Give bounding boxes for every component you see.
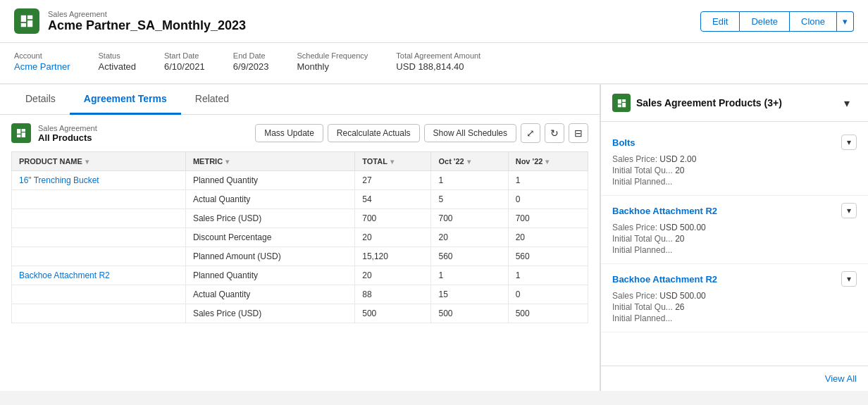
cell-product-name <box>12 190 186 209</box>
col-oct22-sort-icon: ▾ <box>467 158 471 166</box>
edit-button[interactable]: Edit <box>700 11 740 32</box>
cell-nov22: 1 <box>508 266 588 285</box>
table-row: Sales Price (USD)500500500 <box>12 304 588 323</box>
product-total-qty: Initial Total Qu... 20 <box>612 234 857 244</box>
cell-metric: Sales Price (USD) <box>185 209 354 228</box>
view-all-link[interactable]: View All <box>825 373 857 384</box>
cell-metric: Planned Amount (USD) <box>185 247 354 266</box>
cell-oct22: 20 <box>431 228 508 247</box>
product-card-expand-icon[interactable]: ▾ <box>841 135 857 150</box>
right-panel-expand-icon[interactable]: ▾ <box>837 93 857 113</box>
section-header-left: Sales Agreement All Products <box>11 123 97 143</box>
section-title: All Products <box>38 132 97 143</box>
right-panel-icon <box>612 94 631 112</box>
show-schedules-button[interactable]: Show All Schedules <box>424 124 516 142</box>
cell-product-name <box>12 285 186 304</box>
table-row: Sales Price (USD)700700700 <box>12 209 588 228</box>
cell-product-name: 16" Trenching Bucket <box>12 171 186 190</box>
meta-total: Total Agreement Amount USD 188,814.40 <box>396 51 480 72</box>
cell-metric: Planned Quantity <box>185 171 354 190</box>
meta-row: Account Acme Partner Status Activated St… <box>0 43 868 85</box>
cell-product-name: Backhoe Attachment R2 <box>12 266 186 285</box>
status-label: Status <box>98 51 135 60</box>
cell-oct22: 500 <box>431 304 508 323</box>
cell-oct22: 1 <box>431 266 508 285</box>
start-date-value: 6/10/2021 <box>164 61 205 72</box>
tab-related[interactable]: Related <box>181 85 243 115</box>
right-panel: Sales Agreement Products (3+) ▾ Bolts ▾ … <box>600 85 868 391</box>
cell-total: 700 <box>355 209 431 228</box>
product-card-expand-icon[interactable]: ▾ <box>841 203 857 218</box>
table-row: Actual Quantity88150 <box>12 285 588 304</box>
cell-total: 88 <box>355 285 431 304</box>
col-total-sort-icon: ▾ <box>390 158 394 166</box>
tab-content: Sales Agreement All Products Mass Update… <box>0 115 600 391</box>
cell-oct22: 5 <box>431 190 508 209</box>
product-card-expand-icon[interactable]: ▾ <box>841 271 857 287</box>
delete-button[interactable]: Delete <box>740 11 790 32</box>
filter-icon[interactable]: ⊟ <box>569 123 588 143</box>
end-date-label: End Date <box>233 51 269 60</box>
col-product-sort-icon: ▾ <box>85 158 89 166</box>
cell-total: 27 <box>355 171 431 190</box>
col-nov22[interactable]: Nov '22 ▾ <box>508 152 588 171</box>
mass-update-button[interactable]: Mass Update <box>255 124 323 142</box>
table-row: Discount Percentage202020 <box>12 228 588 247</box>
cell-metric: Discount Percentage <box>185 228 354 247</box>
product-total-qty: Initial Total Qu... 20 <box>612 166 857 175</box>
header-title-group: Sales Agreement Acme Partner_SA_Monthly_… <box>48 10 246 33</box>
meta-start-date: Start Date 6/10/2021 <box>164 51 205 72</box>
schedule-value: Monthly <box>297 61 368 72</box>
header-left: Sales Agreement Acme Partner_SA_Monthly_… <box>14 8 246 34</box>
right-panel-content: Bolts ▾ Sales Price: USD 2.00 Initial To… <box>601 122 868 366</box>
section-icon <box>11 123 31 143</box>
expand-icon[interactable]: ⤢ <box>521 123 540 143</box>
col-oct22[interactable]: Oct '22 ▾ <box>431 152 508 171</box>
product-total-qty: Initial Total Qu... 26 <box>612 302 857 312</box>
cell-nov22: 560 <box>508 247 588 266</box>
tab-details[interactable]: Details <box>11 85 70 115</box>
cell-oct22: 560 <box>431 247 508 266</box>
product-card-name[interactable]: Backhoe Attachment R2 <box>612 274 717 285</box>
cell-nov22: 20 <box>508 228 588 247</box>
left-panel: Details Agreement Terms Related Sales Ag… <box>0 85 600 391</box>
recalculate-button[interactable]: Recalculate Actuals <box>328 124 420 142</box>
cell-oct22: 700 <box>431 209 508 228</box>
cell-metric: Sales Price (USD) <box>185 304 354 323</box>
right-panel-footer: View All <box>601 366 868 391</box>
product-card-name[interactable]: Bolts <box>612 137 636 148</box>
products-table: PRODUCT NAME ▾ METRIC ▾ <box>11 151 588 323</box>
tabs-bar: Details Agreement Terms Related <box>0 85 600 115</box>
tab-agreement-terms[interactable]: Agreement Terms <box>70 85 181 115</box>
col-metric[interactable]: METRIC ▾ <box>185 152 354 171</box>
section-header: Sales Agreement All Products Mass Update… <box>11 123 588 143</box>
table-row: 16" Trenching BucketPlanned Quantity2711 <box>12 171 588 190</box>
end-date-value: 6/9/2023 <box>233 61 269 72</box>
account-link[interactable]: Acme Partner <box>14 61 70 72</box>
product-card-header: Backhoe Attachment R2 ▾ <box>612 203 857 218</box>
schedule-label: Schedule Frequency <box>297 51 368 60</box>
cell-total: 500 <box>355 304 431 323</box>
product-planned: Initial Planned... <box>612 177 857 187</box>
cell-product-name <box>12 304 186 323</box>
clone-button[interactable]: Clone <box>790 11 837 32</box>
total-label: Total Agreement Amount <box>396 51 480 60</box>
total-value: USD 188,814.40 <box>396 61 480 72</box>
app-icon <box>14 8 39 34</box>
product-link[interactable]: 16" Trenching Bucket <box>19 175 99 185</box>
cell-product-name <box>12 209 186 228</box>
col-total[interactable]: TOTAL ▾ <box>355 152 431 171</box>
product-link[interactable]: Backhoe Attachment R2 <box>19 270 110 280</box>
product-card: Backhoe Attachment R2 ▾ Sales Price: USD… <box>601 264 868 332</box>
account-label: Account <box>14 51 70 60</box>
cell-product-name <box>12 228 186 247</box>
cell-total: 15,120 <box>355 247 431 266</box>
more-actions-button[interactable]: ▾ <box>837 11 854 32</box>
right-panel-title-text: Sales Agreement Products (3+) <box>636 97 782 108</box>
cell-metric: Actual Quantity <box>185 190 354 209</box>
right-panel-header: Sales Agreement Products (3+) ▾ <box>601 85 868 122</box>
header-subtitle: Sales Agreement <box>48 10 246 18</box>
refresh-icon[interactable]: ↻ <box>545 123 564 143</box>
product-card-name[interactable]: Backhoe Attachment R2 <box>612 206 717 216</box>
col-product-name[interactable]: PRODUCT NAME ▾ <box>12 152 186 171</box>
